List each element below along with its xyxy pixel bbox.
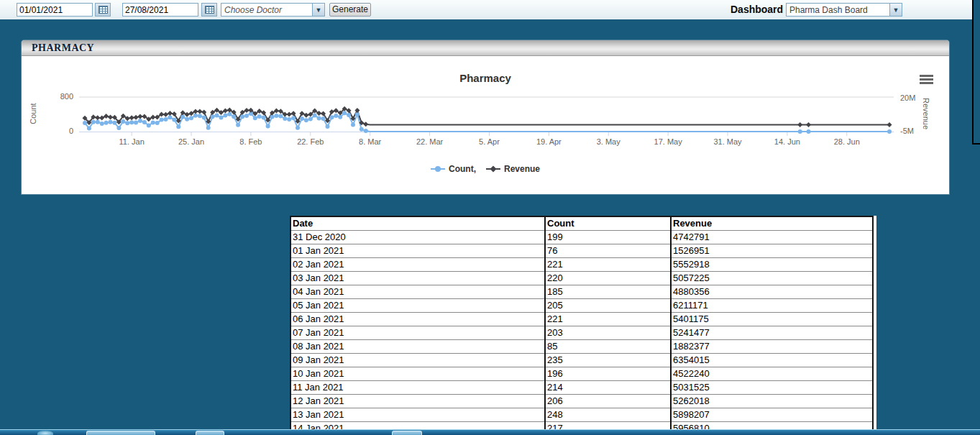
calendar-icon [205,6,214,14]
table-cell-count: 199 [545,230,671,244]
table-row: 05 Jan 20212056211171 [290,298,873,312]
table-cell-count: 205 [545,298,671,312]
xaxis-tick-label: 5. Apr [467,137,510,146]
table-cell-count: 214 [545,380,671,394]
table-cell-date: 07 Jan 2021 [290,326,545,339]
table-row: 08 Jan 2021851882377 [290,339,873,353]
xaxis-tick-label: 25. Jan [170,137,213,146]
xaxis-tick-label: 14. Jun [766,137,809,146]
table-cell-count: 76 [545,244,671,257]
xaxis-tick-label: 8. Feb [229,137,273,146]
table-cell-date: 09 Jan 2021 [290,353,545,367]
table-row: 09 Jan 20212356354015 [290,353,873,367]
table-cell-count: 203 [545,326,671,339]
legend-label: Count, [449,164,476,174]
table-cell-date: 01 Jan 2021 [290,244,545,257]
table-row: 03 Jan 20212205057225 [290,271,873,285]
xaxis-tick-label: 8. Mar [349,137,392,146]
generate-button[interactable]: Generate [329,3,371,17]
table-cell-count: 185 [545,285,671,298]
table-cell-revenue: 5898207 [671,408,873,421]
choose-doctor-dropdown[interactable]: Choose Doctor [221,3,313,17]
table-cell-count: 235 [545,353,671,367]
table-cell-revenue: 4880356 [671,285,873,298]
start-button-icon[interactable] [37,431,53,435]
xaxis-tick-label: 19. Apr [527,137,570,146]
table-cell-date: 13 Jan 2021 [290,408,545,421]
table-cell-count: 221 [545,257,671,271]
table-cell-revenue: 5552918 [671,257,873,271]
table-row: 07 Jan 20212035241477 [290,326,873,339]
table-cell-revenue: 5241477 [671,326,873,339]
table-cell-revenue: 4742791 [671,230,873,244]
date-from-calendar-button[interactable] [95,3,111,17]
table-cell-revenue: 6211171 [671,298,873,312]
table-cell-date: 08 Jan 2021 [290,339,545,353]
table-cell-revenue: 6354015 [671,353,873,367]
chevron-down-icon: ▼ [316,6,322,14]
xaxis-tick-label: 31. May [706,137,749,146]
taskbar [0,429,980,435]
table-row: 13 Jan 20212485898207 [290,408,873,421]
table-cell-revenue: 5401175 [671,312,873,326]
table-header-row: Date Count Revenue [290,216,873,230]
table-cell-date: 04 Jan 2021 [290,285,545,298]
legend-label: Revenue [504,164,540,174]
data-table: Date Count Revenue 31 Dec 20201994742791… [290,216,874,435]
taskbar-button[interactable] [86,431,155,435]
dashboard-select-value: Pharma Dash Board [789,5,868,15]
top-toolbar: Choose Doctor ▼ Generate Dashboard Pharm… [0,0,972,19]
legend-marker-icon [431,165,445,173]
xaxis-tick-label: 11. Jan [110,137,153,146]
xaxis-tick-label: 3. May [587,137,630,146]
table-header-count: Count [545,216,671,230]
table-cell-revenue: 5031525 [671,380,873,394]
chart-legend: Count, Revenue [22,164,949,174]
legend-item-revenue[interactable]: Revenue [486,164,540,174]
table-header-date: Date [290,216,545,230]
table-row: 12 Jan 20212065262018 [290,394,873,408]
dashboard-label: Dashboard [731,4,783,15]
dashboard-select-arrow[interactable]: ▼ [889,3,902,17]
xaxis-tick-label: 22. Mar [408,137,452,146]
choose-doctor-dropdown-arrow[interactable]: ▼ [312,3,325,17]
taskbar-button[interactable] [196,431,224,435]
table-cell-count: 85 [545,339,671,353]
table-cell-revenue: 5262018 [671,394,873,408]
pharmacy-panel: PHARMACY Pharmacy 800 0 20M -5M Count Re… [22,40,949,194]
xaxis-tick-label: 22. Feb [289,137,332,146]
window-right-edge [972,0,980,145]
data-table-body: 31 Dec 2020199474279101 Jan 202176152695… [290,230,873,435]
chevron-down-icon: ▼ [893,6,899,14]
table-row: 11 Jan 20212145031525 [290,380,873,394]
legend-item-count[interactable]: Count, [431,164,476,174]
dashboard-select[interactable]: Pharma Dash Board [786,3,890,17]
xaxis-tick-label: 28. Jun [825,137,869,146]
table-header-revenue: Revenue [671,216,873,230]
table-cell-count: 220 [545,271,671,285]
xaxis-tick-label: 17. May [646,137,690,146]
pharmacy-chart: Pharmacy 800 0 20M -5M Count Revenue 11.… [22,56,949,193]
pharmacy-panel-header: PHARMACY [22,40,949,56]
taskbar-button[interactable] [392,431,422,435]
table-row: 01 Jan 2021761526951 [290,244,873,257]
table-cell-count: 206 [545,394,671,408]
table-cell-date: 12 Jan 2021 [290,394,545,408]
table-cell-count: 221 [545,312,671,326]
date-from-input[interactable] [17,3,93,17]
panel-title: PHARMACY [32,42,94,54]
table-row: 31 Dec 20201994742791 [290,230,873,244]
date-to-input[interactable] [122,3,198,17]
table-cell-count: 248 [545,408,671,421]
table-cell-revenue: 1526951 [671,244,873,257]
date-to-calendar-button[interactable] [201,3,217,17]
table-cell-date: 02 Jan 2021 [290,257,545,271]
table-row: 04 Jan 20211854880356 [290,285,873,298]
table-cell-date: 03 Jan 2021 [290,271,545,285]
table-row: 06 Jan 20212215401175 [290,312,873,326]
data-table-container: Date Count Revenue 31 Dec 20201994742791… [290,216,876,435]
table-cell-revenue: 4522240 [671,367,873,380]
table-cell-revenue: 1882377 [671,339,873,353]
choose-doctor-placeholder: Choose Doctor [224,5,282,15]
table-cell-count: 196 [545,367,671,380]
